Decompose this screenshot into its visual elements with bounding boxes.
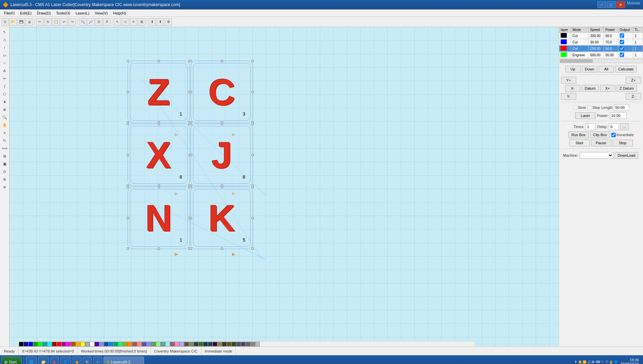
layer-row-red[interactable]: Cut 200.00 50.0 1: [559, 46, 643, 52]
palette-cadet[interactable]: [208, 342, 213, 346]
palette-navy[interactable]: [104, 342, 109, 346]
up-button[interactable]: Up: [565, 66, 581, 72]
palette-tan[interactable]: [217, 342, 222, 346]
tool-group[interactable]: ▣: [1, 160, 8, 168]
palette-yellow[interactable]: [80, 342, 85, 346]
canvas-area[interactable]: Z 1 C 3: [9, 27, 559, 346]
delay-dots-button[interactable]: ...: [620, 123, 628, 130]
palette-magenta[interactable]: [66, 342, 71, 346]
palette-salmon[interactable]: [137, 342, 142, 346]
toolbar-import[interactable]: ⬇: [148, 18, 156, 26]
all-button[interactable]: All: [599, 66, 614, 72]
delay-input[interactable]: [609, 123, 619, 130]
y-plus-button[interactable]: Y+: [561, 77, 576, 84]
layer-output-3[interactable]: [618, 52, 633, 58]
toolbar-zoomout[interactable]: 🔎: [87, 18, 94, 26]
toolbar-grid[interactable]: #: [103, 18, 111, 26]
times-input[interactable]: [586, 123, 596, 130]
menu-draw[interactable]: Draw(D): [34, 9, 53, 17]
tool-offset[interactable]: ⊚: [1, 176, 8, 183]
toolbar-array[interactable]: ⊞: [138, 18, 145, 26]
palette-lightcyan[interactable]: [165, 342, 170, 346]
taskbar-ie[interactable]: 🌐: [26, 357, 37, 364]
length-input[interactable]: [614, 104, 629, 111]
menu-file[interactable]: File(F): [1, 9, 18, 17]
layer-row-green[interactable]: Engrave 600.00 50.00 1: [559, 52, 643, 58]
palette-darkblue[interactable]: [24, 342, 28, 346]
y-minus-button[interactable]: Y-: [561, 93, 576, 100]
download-button[interactable]: DownLoad: [615, 152, 639, 159]
palette-darkforest[interactable]: [231, 342, 236, 346]
menu-view[interactable]: View(V): [92, 9, 110, 17]
laser-button[interactable]: Laser: [575, 112, 595, 119]
taskbar-lasercut[interactable]: ❄ Lasercut5.3: [104, 357, 144, 364]
taskbar-sync[interactable]: ↻: [83, 357, 92, 364]
palette-darkslate[interactable]: [236, 342, 241, 346]
menu-laser[interactable]: Laser(L): [73, 9, 92, 17]
layer-output-check-1[interactable]: [620, 40, 624, 44]
toolbar-save[interactable]: 💾: [18, 18, 25, 26]
toolbar-output[interactable]: ⬆: [157, 18, 164, 26]
palette-darkred[interactable]: [52, 342, 57, 346]
tool-hatch[interactable]: ≋: [1, 183, 8, 191]
z-datum-button[interactable]: Z Datum: [617, 85, 637, 92]
toolbar-node[interactable]: ◇: [122, 18, 129, 26]
palette-lightgray[interactable]: [255, 342, 260, 346]
tool-text[interactable]: A: [1, 67, 8, 74]
tool-polygon[interactable]: ⬡: [1, 90, 8, 98]
palette-cyan[interactable]: [47, 342, 52, 346]
palette-midgray[interactable]: [250, 342, 255, 346]
close-button[interactable]: ✕: [616, 1, 625, 8]
calculate-button[interactable]: Calculate: [615, 66, 637, 72]
palette-lightgreen[interactable]: [156, 342, 161, 346]
palette-khaki[interactable]: [189, 342, 194, 346]
palette-indigo[interactable]: [94, 342, 99, 346]
pause-button[interactable]: Pause: [591, 140, 611, 146]
layer-output-check-0[interactable]: [620, 33, 624, 38]
stop-button[interactable]: Stop: [613, 140, 633, 146]
palette-darkaqua[interactable]: [203, 342, 208, 346]
toolbar-zoomin[interactable]: 🔍: [79, 18, 86, 26]
layer-row-blue[interactable]: Cut 30.00 70.0 1: [559, 39, 643, 46]
layer-output-check-2[interactable]: [620, 46, 624, 51]
palette-azure[interactable]: [109, 342, 113, 346]
z-minus-button[interactable]: Z-: [626, 93, 641, 100]
palette-mint[interactable]: [118, 342, 123, 346]
immediate-checkbox[interactable]: [611, 133, 616, 137]
palette-white[interactable]: [90, 342, 94, 346]
palette-darkgreen[interactable]: [33, 342, 38, 346]
tool-measure[interactable]: ⊕: [1, 106, 8, 113]
palette-lightblue[interactable]: [99, 342, 104, 346]
palette-brown[interactable]: [71, 342, 76, 346]
down-button[interactable]: Down: [582, 66, 597, 72]
toolbar-undo[interactable]: ↩: [60, 18, 68, 26]
tool-rect[interactable]: ▭: [1, 52, 8, 59]
layer-output-0[interactable]: [618, 33, 633, 39]
palette-slate[interactable]: [142, 342, 146, 346]
taskbar-media[interactable]: ▶: [50, 357, 59, 364]
x-plus-button[interactable]: X+: [600, 85, 615, 92]
palette-mauve[interactable]: [170, 342, 175, 346]
palette-aqua[interactable]: [161, 342, 165, 346]
toolbar-redo[interactable]: ↪: [68, 18, 76, 26]
palette-green[interactable]: [38, 342, 43, 346]
palette-teal[interactable]: [43, 342, 47, 346]
toolbar-align[interactable]: ≡: [130, 18, 137, 26]
tool-pan[interactable]: ✋: [1, 121, 8, 129]
tool-transform[interactable]: ↻: [1, 137, 8, 144]
z-plus-button[interactable]: Z+: [626, 77, 641, 84]
toolbar-fitpage[interactable]: ⊡: [95, 18, 103, 26]
taskbar-outlook[interactable]: ✉: [93, 357, 102, 364]
palette-forest[interactable]: [194, 342, 198, 346]
tool-circle[interactable]: ○: [1, 59, 8, 67]
palette-blue[interactable]: [28, 342, 33, 346]
restore-button[interactable]: □: [607, 1, 616, 8]
start-button[interactable]: Start: [569, 140, 590, 146]
palette-orange[interactable]: [76, 342, 80, 346]
tool-star[interactable]: ★: [1, 98, 8, 105]
palette-sienna[interactable]: [132, 342, 137, 346]
scroll-thumb[interactable]: [560, 59, 593, 63]
palette-dimgray[interactable]: [246, 342, 250, 346]
tool-array[interactable]: ⊞: [1, 152, 8, 160]
tool-align[interactable]: ≡: [1, 129, 8, 136]
